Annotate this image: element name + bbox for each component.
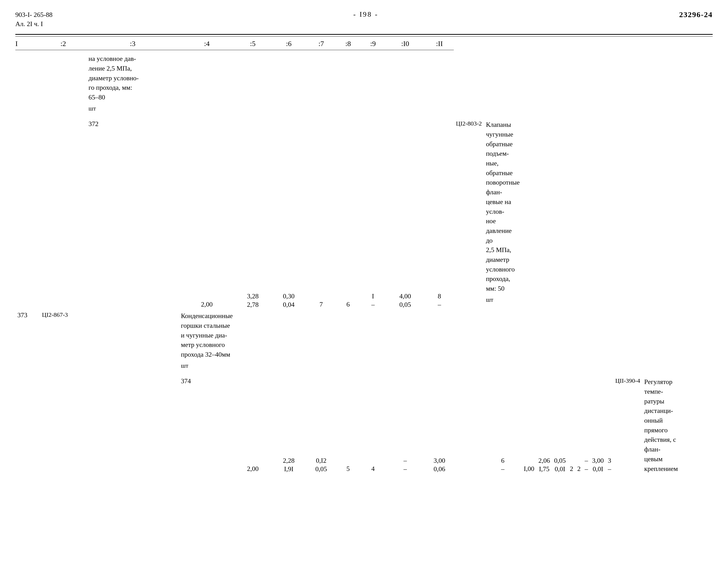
table-top-divider bbox=[15, 34, 713, 36]
col11-top: 3 bbox=[608, 456, 611, 465]
row-col7 bbox=[692, 376, 696, 474]
col5-top: 2,28 bbox=[283, 456, 295, 465]
col10-top: 3,00 bbox=[433, 456, 445, 465]
unit-cell: шт bbox=[484, 294, 522, 306]
row-col9: – – bbox=[583, 119, 590, 474]
row-col5: 3,28 2,78 bbox=[235, 53, 271, 310]
col-header-9: :9 bbox=[360, 37, 385, 50]
row-description: Регулятор темпе-ратуры дистанци-онный пр… bbox=[642, 376, 680, 474]
col9-top: – bbox=[585, 456, 588, 465]
row-col9 bbox=[700, 376, 704, 474]
column-header-row: I :2 :3 :4 :5 :6 :7 :8 :9 :I0 :II bbox=[15, 37, 713, 50]
col9-bot: – bbox=[371, 300, 375, 309]
row-col10 bbox=[704, 376, 708, 474]
row-code bbox=[40, 53, 86, 310]
main-table: I :2 :3 :4 :5 :6 :7 :8 :9 :I0 :II на усл… bbox=[15, 37, 713, 474]
row-code: ЦI2-867-3 bbox=[40, 310, 86, 474]
row-num bbox=[15, 53, 40, 310]
row-description: на условное дав-ление 2,5 МПа,диаметр ус… bbox=[86, 53, 179, 103]
unit-cell: шт bbox=[179, 361, 235, 372]
col5-bot: I,75 bbox=[539, 465, 550, 473]
row-col11 bbox=[708, 376, 713, 474]
unit-cell: шт bbox=[86, 103, 179, 115]
row-col10: 4,00 0,05 bbox=[386, 53, 425, 310]
row-col7: 5 bbox=[336, 310, 360, 474]
row-col6: 0,30 0,04 bbox=[271, 53, 307, 310]
row-col4 bbox=[680, 376, 684, 474]
col-header-10: :I0 bbox=[386, 37, 425, 50]
col6-top: 0,05 bbox=[554, 456, 566, 465]
row-num: 374 bbox=[179, 376, 235, 474]
row-col4: 2,00 bbox=[179, 53, 235, 310]
row-col5 bbox=[684, 376, 688, 474]
col6-top: 0,30 bbox=[283, 292, 295, 301]
col-header-7: :7 bbox=[307, 37, 336, 50]
page-header: 903-I- 265-88 Ал. 2I ч. I - I98 - 23296-… bbox=[15, 10, 713, 29]
col9-top: I bbox=[372, 292, 374, 301]
col-header-6: :6 bbox=[271, 37, 307, 50]
col11-bot: – bbox=[438, 300, 441, 309]
col6-bot: 0,0I bbox=[555, 465, 565, 473]
col10-top: 3,00 bbox=[592, 456, 604, 465]
col9-bot: – bbox=[404, 465, 407, 473]
header-doc-ref: 903-I- 265-88 bbox=[15, 10, 52, 20]
row-description: Конденсационныегоршки стальныеи чугунные… bbox=[179, 310, 235, 360]
row-col10: 3,00 0,0I bbox=[590, 119, 606, 474]
row-code: ЦI2-803-2 bbox=[454, 119, 484, 474]
row-col10: 3,00 0,06 bbox=[425, 310, 454, 474]
row-description: Клапаны чугунныеобратные подъем-ные, обр… bbox=[484, 119, 522, 294]
col10-top: 4,00 bbox=[399, 292, 411, 301]
row-col8 bbox=[696, 376, 700, 474]
col10-bot: 0,0I bbox=[593, 465, 603, 473]
row-code: ЦII-390-4 bbox=[613, 376, 642, 474]
row-col7: 7 bbox=[307, 53, 336, 310]
row-col11: 3 – bbox=[606, 119, 613, 474]
row-num: 372 bbox=[86, 119, 179, 474]
row-col4: I,00 bbox=[522, 119, 536, 474]
col-header-3: :3 bbox=[86, 37, 179, 50]
col-header-2: :2 bbox=[40, 37, 86, 50]
col9-top: – bbox=[404, 456, 407, 465]
row-col8: 6 bbox=[336, 53, 360, 310]
header-center: - I98 - bbox=[353, 10, 378, 19]
col6-bot: 0,05 bbox=[315, 465, 327, 473]
row-col9: I – bbox=[360, 53, 385, 310]
col-header-5: :5 bbox=[235, 37, 271, 50]
row-num: 373 bbox=[15, 310, 40, 474]
header-doc-part: Ал. 2I ч. I bbox=[15, 20, 52, 29]
row-col9: – – bbox=[386, 310, 425, 474]
header-right: 23296-24 bbox=[679, 10, 713, 19]
spacer-row bbox=[15, 50, 713, 53]
col-header-11: :II bbox=[425, 37, 454, 50]
row-col11: 6 – bbox=[484, 310, 522, 474]
col6-bot: 0,04 bbox=[283, 300, 295, 309]
row-col6: 0,05 0,0I bbox=[552, 119, 568, 474]
col5-bot: 2,78 bbox=[247, 300, 259, 309]
col-header-1: I bbox=[15, 37, 40, 50]
row-col6: 0,I2 0,05 bbox=[307, 310, 336, 474]
row-col8: 4 bbox=[360, 310, 385, 474]
col5-top: 2,06 bbox=[538, 456, 550, 465]
row-col7: 2 bbox=[568, 119, 575, 474]
col6-top: 0,I2 bbox=[316, 456, 327, 465]
table-row: на условное дав-ление 2,5 МПа,диаметр ус… bbox=[15, 53, 713, 103]
row-col5: 2,28 I,9I bbox=[271, 310, 307, 474]
row-col4: 2,00 bbox=[235, 310, 271, 474]
col11-bot: – bbox=[608, 465, 611, 473]
spacer-row bbox=[15, 114, 713, 119]
row-col6 bbox=[688, 376, 692, 474]
col5-bot: I,9I bbox=[284, 465, 293, 473]
col11-top: 8 bbox=[438, 292, 441, 301]
col10-bot: 0,06 bbox=[433, 465, 445, 473]
col11-top: 6 bbox=[501, 456, 504, 465]
col10-bot: 0,05 bbox=[399, 300, 411, 309]
col9-bot: – bbox=[585, 465, 588, 473]
row-col11: 8 – bbox=[425, 53, 454, 310]
col5-top: 3,28 bbox=[247, 292, 259, 301]
row-col5: 2,06 I,75 bbox=[536, 119, 552, 474]
col11-bot: – bbox=[501, 465, 504, 473]
header-left: 903-I- 265-88 Ал. 2I ч. I bbox=[15, 10, 52, 29]
col-header-8: :8 bbox=[336, 37, 360, 50]
col-header-4: :4 bbox=[179, 37, 235, 50]
row-col8: 2 bbox=[575, 119, 583, 474]
